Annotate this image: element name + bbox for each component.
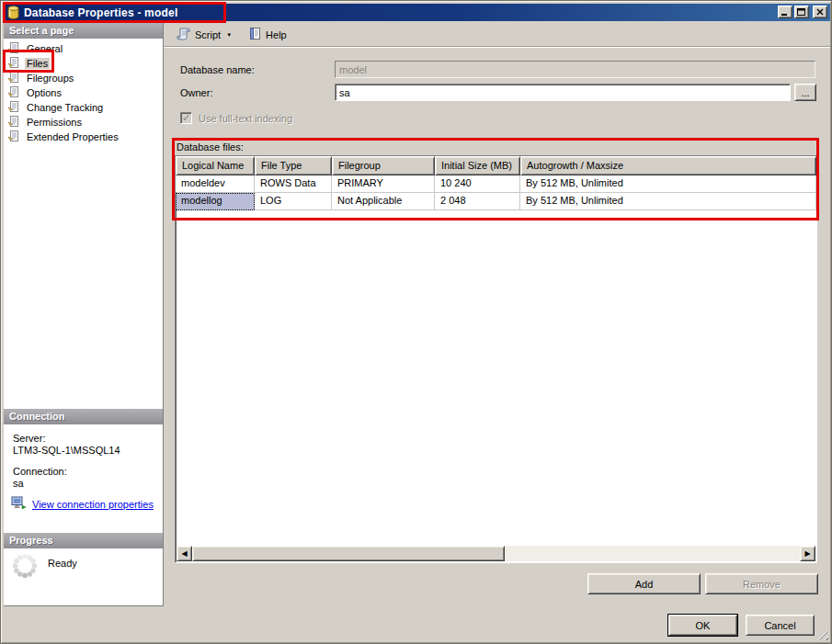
scroll-left-icon: ◀ bbox=[181, 549, 187, 558]
cell-logical-name[interactable]: modeldev bbox=[176, 175, 255, 193]
script-icon bbox=[177, 27, 191, 42]
database-icon bbox=[7, 6, 19, 19]
progress-status: Ready bbox=[48, 558, 77, 569]
owner-label: Owner: bbox=[180, 87, 212, 98]
sidebar-item-filegroups[interactable]: Filegroups bbox=[7, 71, 75, 85]
column-header-logical-name[interactable]: Logical Name bbox=[176, 156, 255, 175]
sidebar-item-label: General bbox=[25, 43, 64, 54]
script-label: Script bbox=[195, 29, 221, 40]
ok-button-label: OK bbox=[696, 620, 711, 631]
resize-grip[interactable] bbox=[816, 628, 828, 640]
help-label: Help bbox=[266, 29, 287, 40]
fulltext-label: Use full-text indexing bbox=[199, 113, 292, 124]
sidebar-item-permissions[interactable]: Permissions bbox=[7, 115, 84, 130]
add-button[interactable]: Add bbox=[587, 573, 701, 594]
sidebar-item-label: Extended Properties bbox=[25, 131, 120, 142]
scroll-right-button[interactable]: ▶ bbox=[800, 546, 815, 561]
help-icon bbox=[248, 27, 262, 42]
remove-button-label: Remove bbox=[743, 579, 781, 590]
column-header-autogrowth[interactable]: Autogrowth / Maxsize bbox=[520, 156, 816, 175]
progress-header: Progress bbox=[4, 533, 163, 548]
cell-autogrowth[interactable]: By 512 MB, Unlimited bbox=[520, 175, 816, 193]
ok-button[interactable]: OK bbox=[668, 615, 737, 636]
page-icon bbox=[7, 130, 20, 144]
cancel-button[interactable]: Cancel bbox=[746, 615, 815, 636]
connection-header: Connection bbox=[4, 409, 163, 424]
column-header-file-type[interactable]: File Type bbox=[255, 156, 332, 175]
scrollbar-thumb[interactable] bbox=[192, 546, 505, 561]
server-value: LTM3-SQL-1\MSSQL14 bbox=[13, 445, 120, 456]
fulltext-checkbox[interactable]: ✓ bbox=[180, 112, 192, 124]
page-icon bbox=[7, 100, 20, 115]
column-header-filegroup[interactable]: Filegroup bbox=[332, 156, 435, 175]
toolbar: Script ▼ Help bbox=[165, 23, 830, 47]
database-properties-dialog: Database Properties - model Select a pag… bbox=[0, 0, 832, 644]
help-button[interactable]: Help bbox=[244, 25, 291, 44]
database-name-label: Database name: bbox=[180, 64, 255, 75]
owner-field[interactable] bbox=[335, 84, 791, 101]
sidebar-item-label: Options bbox=[25, 87, 63, 98]
scroll-right-icon: ▶ bbox=[804, 549, 810, 558]
sidebar-item-change-tracking[interactable]: Change Tracking bbox=[7, 100, 105, 115]
cancel-button-label: Cancel bbox=[764, 620, 795, 631]
connection-label: Connection: bbox=[13, 466, 67, 477]
connection-value: sa bbox=[13, 478, 24, 489]
database-files-grid: Logical Name File Type Filegroup Initial… bbox=[175, 155, 817, 563]
view-connection-properties-link[interactable]: View connection properties bbox=[32, 499, 154, 510]
column-header-initial-size[interactable]: Initial Size (MB) bbox=[435, 156, 520, 175]
page-icon bbox=[7, 41, 20, 56]
database-files-label: Database files: bbox=[177, 141, 244, 153]
sidebar-item-label: Files bbox=[25, 58, 50, 69]
progress-spinner-icon bbox=[11, 552, 39, 582]
sidebar-item-label: Filegroups bbox=[25, 73, 75, 84]
cell-initial-size[interactable]: 2 048 bbox=[435, 193, 520, 210]
maximize-button[interactable] bbox=[794, 6, 809, 18]
window-title: Database Properties - model bbox=[24, 6, 177, 19]
sidebar-item-options[interactable]: Options bbox=[7, 85, 63, 100]
close-button[interactable] bbox=[813, 6, 827, 18]
page-icon bbox=[7, 85, 20, 100]
sidebar-item-general[interactable]: General bbox=[7, 41, 64, 56]
cell-file-type[interactable]: ROWS Data bbox=[255, 175, 332, 193]
cell-logical-name-selected[interactable]: modellog bbox=[176, 193, 255, 210]
title-bar[interactable]: Database Properties - model bbox=[4, 4, 830, 21]
cell-autogrowth[interactable]: By 512 MB, Unlimited bbox=[520, 193, 816, 210]
sidebar-item-label: Permissions bbox=[25, 117, 84, 128]
sidebar-item-files[interactable]: Files bbox=[7, 56, 50, 71]
ellipsis-label: ... bbox=[801, 87, 809, 98]
sidebar-item-extended-properties[interactable]: Extended Properties bbox=[7, 130, 120, 144]
select-a-page-header: Select a page bbox=[4, 23, 163, 39]
horizontal-scrollbar[interactable]: ◀ ▶ bbox=[177, 546, 815, 561]
table-row: modeldev ROWS Data PRIMARY 10 240 By 512… bbox=[176, 175, 816, 193]
add-button-label: Add bbox=[635, 579, 654, 590]
owner-browse-button[interactable]: ... bbox=[794, 84, 816, 101]
page-icon bbox=[7, 115, 20, 130]
page-icon bbox=[7, 56, 20, 71]
table-row: modellog LOG Not Applicable 2 048 By 512… bbox=[176, 193, 816, 210]
main-panel: Script ▼ Help Database name: Owner: ... bbox=[165, 23, 830, 606]
cell-filegroup[interactable]: Not Applicable bbox=[332, 193, 435, 210]
page-icon bbox=[7, 71, 20, 85]
server-label: Server: bbox=[13, 433, 45, 444]
check-icon: ✓ bbox=[182, 112, 190, 123]
sidebar-item-label: Change Tracking bbox=[25, 102, 105, 113]
cell-initial-size[interactable]: 10 240 bbox=[435, 175, 520, 193]
chevron-down-icon: ▼ bbox=[226, 32, 232, 38]
grid-header-row: Logical Name File Type Filegroup Initial… bbox=[176, 156, 816, 175]
database-name-field[interactable] bbox=[335, 61, 815, 78]
cell-file-type[interactable]: LOG bbox=[255, 193, 332, 210]
minimize-button[interactable] bbox=[778, 6, 792, 18]
script-button[interactable]: Script ▼ bbox=[172, 25, 236, 44]
sidebar: Select a page General Files Filegroups O… bbox=[4, 23, 164, 606]
connection-properties-icon bbox=[11, 496, 27, 513]
scroll-left-button[interactable]: ◀ bbox=[177, 546, 192, 561]
remove-button[interactable]: Remove bbox=[705, 573, 818, 594]
cell-filegroup[interactable]: PRIMARY bbox=[332, 175, 435, 193]
